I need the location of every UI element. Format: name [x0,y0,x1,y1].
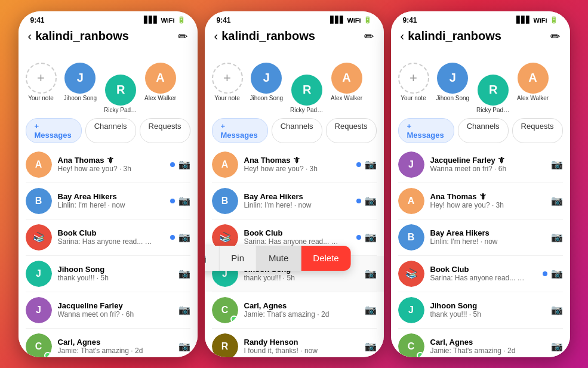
msg-ana-2[interactable]: A Ana Thomas 🗡 Hey! how are you? · 3h 📷 [205,147,384,183]
msg-ana-3[interactable]: A Ana Thomas 🗡 Hey! how are you? · 3h 📷 [391,183,570,219]
wifi-icon: WiFi [161,17,174,24]
status-bar-1: 9:41 ▋▋▋ WiFi 🔋 [19,11,198,27]
context-pin-button[interactable]: Pin [219,246,257,271]
edit-icon-1[interactable]: ✏ [178,29,188,44]
unread-dot-bay-1 [170,199,175,203]
msg-preview-carl-1: Jamie: That's amazing · 2d [58,347,153,355]
msg-carl-2[interactable]: C Carl, Agnes Jamie: That's amazing · 2d… [205,292,384,328]
edit-icon-2[interactable]: ✏ [364,29,374,44]
story-jihoon-3[interactable]: 🏔Sea ranch this weekend? J Jihoon Song [436,51,470,113]
battery-icon-2: 🔋 [364,16,372,24]
msg-preview-jihoon-2: thank you!!! · 5h [244,274,340,282]
msg-bay-3[interactable]: B Bay Area Hikers Linlin: I'm here! · no… [391,219,570,255]
msg-avatar-carl-1: C [26,333,52,357]
msg-name-ana-3: Ana Thomas 🗡 [430,192,545,201]
msg-book-3[interactable]: 📚 Book Club Sarina: Has anyone read... ·… [391,256,570,292]
story-alex-3[interactable]: Boo! A Alex Walker [517,51,549,113]
story-your-note-2[interactable]: Ton note + Your note [212,51,243,113]
unread-dot-ana-1 [170,162,175,167]
context-menu: 📷 Pin Mute Delete [205,246,351,271]
story-ricky-3[interactable]: R Ricky Padilla [476,51,510,113]
msg-preview-ana-2: Hey! how are you? · 3h [244,165,340,173]
story-your-note-3[interactable]: Ton note + Your note [398,51,429,113]
msg-name-book-2: Book Club [244,228,350,237]
msg-jacqueline-3[interactable]: J Jacqueline Farley 🗡 Wanna meet on fri?… [391,147,570,183]
msg-jacqueline-1[interactable]: J Jacqueline Farley Wanna meet on fri? ·… [19,292,198,328]
msg-randy-2[interactable]: R Randy Henson I found it, thanks! · now… [205,329,384,357]
wifi-icon-2: WiFi [347,17,361,24]
context-delete-button[interactable]: Delete [301,246,350,271]
story-ricky[interactable]: R Ricky Padilla [104,51,137,113]
online-badge-carl-1 [44,352,51,357]
status-icons-1: ▋▋▋ WiFi 🔋 [144,16,185,24]
msg-name-bay-1: Bay Area Hikers [58,192,164,201]
msg-ana-1[interactable]: A Ana Thomas 🗡 Hey! how are you? · 3h 📷 [19,147,198,183]
camera-icon-bay-1: 📷 [178,195,190,206]
msg-preview-bay-1: Linlin: I'm here! · now [58,201,153,209]
camera-icon-ana-2: 📷 [365,159,377,170]
msg-name-jacqueline-1: Jacqueline Farley [58,301,173,310]
msg-bay-1[interactable]: B Bay Area Hikers Linlin: I'm here! · no… [19,183,198,219]
unread-dot-bay-2 [356,199,361,203]
jihoon-avatar-2: J [251,63,282,94]
tab-requests-3[interactable]: Requests [512,118,563,143]
msg-preview-bay-3: Linlin: I'm here! · now [430,237,526,246]
tab-messages-2[interactable]: + Messages [212,118,268,143]
back-button-1[interactable]: ‹ [28,29,32,43]
msg-book-1[interactable]: 📚 Book Club Sarina: Has anyone read... ·… [19,219,198,255]
msg-name-ana-1: Ana Thomas 🗡 [58,156,164,165]
unread-dot-book-2 [356,235,361,240]
msg-bay-2[interactable]: B Bay Area Hikers Linlin: I'm here! · no… [205,183,384,219]
tab-requests-1[interactable]: Requests [140,118,190,143]
msg-preview-carl-3: Jamie: That's amazing · 2d [430,347,526,355]
story-jihoon-2[interactable]: 🏔Sea ranch this weekend? J Jihoon Song [250,51,284,113]
stories-row-3: Ton note + Your note 🏔Sea ranch this wee… [391,48,570,118]
battery-icon-3: 🔋 [550,16,558,24]
time-2: 9:41 [217,16,231,24]
msg-name-jihoon-3: Jihoon Song [430,301,545,310]
alex-label: Alex Walker [144,95,176,101]
context-camera-button[interactable]: 📷 [205,246,220,271]
msg-preview-book-1: Sarina: Has anyone read... · now [58,237,153,246]
story-ricky-2[interactable]: R Ricky Padilla [290,51,324,113]
stories-row-1: Ton note + Your note 🏔Sea ranch this wee… [19,48,198,118]
edit-icon-3[interactable]: ✏ [550,29,561,44]
msg-jihoon-3[interactable]: J Jihoon Song thank you!!! · 5h 📷 [391,292,570,328]
context-mute-button[interactable]: Mute [257,246,301,271]
msg-name-jacqueline-3: Jacqueline Farley 🗡 [430,156,545,165]
story-your-note[interactable]: Ton note + Your note [26,51,57,113]
msg-jihoon-1[interactable]: J Jihoon Song thank you!!! · 5h 📷 [19,256,198,292]
tab-requests-2[interactable]: Requests [326,118,377,143]
msg-preview-ana-3: Hey! how are you? · 3h [430,201,526,209]
msg-avatar-book-1: 📚 [26,224,52,251]
back-button-3[interactable]: ‹ [401,29,405,43]
time-1: 9:41 [30,16,45,24]
online-badge-carl-2 [230,316,238,323]
header-title-3: kalindi_ranbows [408,29,501,43]
tab-channels-3[interactable]: Channels [458,118,509,143]
camera-icon-bay-2: 📷 [365,195,377,206]
msg-carl-3[interactable]: C Carl, Agnes Jamie: That's amazing · 2d… [391,329,570,357]
tab-messages-1[interactable]: + Messages [26,118,82,143]
your-note-label-2: Your note [214,95,239,101]
tab-messages-3[interactable]: + Messages [398,118,454,143]
story-alex-2[interactable]: Boo! A Alex Walker [331,51,362,113]
jihoon-avatar: J [64,63,96,94]
tab-channels-1[interactable]: Channels [85,118,136,143]
msg-name-ana-2: Ana Thomas 🗡 [244,156,350,165]
ricky-avatar: R [105,75,136,106]
ricky-label: Ricky Padilla [104,107,137,113]
camera-icon-jacqueline-3: 📷 [551,159,563,170]
msg-carl-1[interactable]: C Carl, Agnes Jamie: That's amazing · 2d… [19,329,198,357]
jihoon-avatar-3: J [437,63,468,94]
ricky-label-2: Ricky Padilla [290,107,324,113]
online-badge-carl-3 [417,352,424,357]
tab-channels-2[interactable]: Channels [272,118,322,143]
story-alex[interactable]: Boo! A Alex Walker [144,51,176,113]
camera-icon-ana-1: 📷 [178,159,190,170]
back-button-2[interactable]: ‹ [214,29,218,43]
story-jihoon[interactable]: 🏔Sea ranch this weekend? J Jihoon Song [64,51,97,113]
header-title-1: kalindi_ranbows [35,29,129,43]
msg-name-carl-1: Carl, Agnes [58,338,173,347]
msg-avatar-ana-1: A [26,151,52,178]
